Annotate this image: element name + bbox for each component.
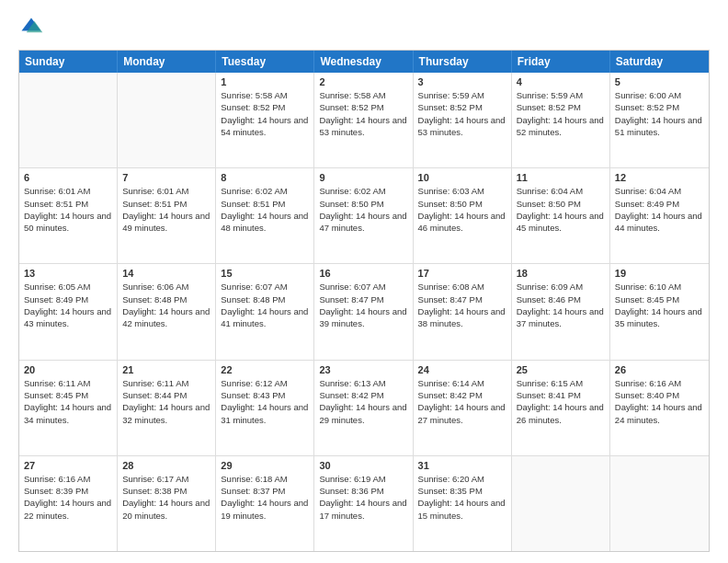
cell-info-line: Sunrise: 6:04 AM (517, 185, 605, 197)
cell-info-line: Daylight: 14 hours and 47 minutes. (319, 210, 407, 235)
day-cell-22: 22Sunrise: 6:12 AMSunset: 8:43 PMDayligh… (216, 361, 314, 455)
cell-info-line: Daylight: 14 hours and 17 minutes. (319, 497, 407, 522)
cell-info-line: Sunrise: 6:10 AM (615, 281, 704, 293)
day-number: 1 (221, 76, 309, 87)
day-cell-7: 7Sunrise: 6:01 AMSunset: 8:51 PMDaylight… (118, 168, 216, 263)
cell-info-line: Daylight: 14 hours and 41 minutes. (221, 305, 309, 330)
cell-info-line: Daylight: 14 hours and 24 minutes. (615, 401, 704, 426)
cell-info-line: Sunset: 8:51 PM (221, 198, 309, 210)
day-cell-28: 28Sunrise: 6:17 AMSunset: 8:38 PMDayligh… (118, 456, 216, 551)
day-cell-8: 8Sunrise: 6:02 AMSunset: 8:51 PMDaylight… (216, 168, 314, 263)
day-cell-16: 16Sunrise: 6:07 AMSunset: 8:47 PMDayligh… (314, 264, 413, 359)
cell-info-line: Sunset: 8:38 PM (122, 485, 210, 497)
cell-info-line: Sunrise: 6:20 AM (418, 473, 506, 485)
cell-info-line: Sunset: 8:39 PM (24, 485, 112, 497)
day-number: 25 (517, 364, 605, 375)
cell-info-line: Sunrise: 6:08 AM (418, 281, 506, 293)
cell-info-line: Sunset: 8:46 PM (517, 293, 605, 305)
week-row-3: 13Sunrise: 6:05 AMSunset: 8:49 PMDayligh… (19, 263, 709, 359)
day-number: 31 (418, 460, 506, 471)
cell-info-line: Daylight: 14 hours and 31 minutes. (221, 401, 309, 426)
cell-info-line: Daylight: 14 hours and 48 minutes. (221, 210, 309, 235)
cell-info-line: Sunrise: 6:16 AM (24, 473, 112, 485)
cell-info-line: Sunset: 8:50 PM (517, 198, 605, 210)
cell-info-line: Daylight: 14 hours and 50 minutes. (24, 210, 112, 235)
cell-info-line: Sunset: 8:48 PM (122, 293, 210, 305)
day-cell-21: 21Sunrise: 6:11 AMSunset: 8:44 PMDayligh… (118, 361, 216, 455)
cell-info-line: Sunrise: 6:03 AM (418, 185, 506, 197)
cell-info-line: Daylight: 14 hours and 44 minutes. (615, 210, 704, 235)
cell-info-line: Sunset: 8:43 PM (221, 389, 309, 401)
day-number: 19 (615, 268, 704, 279)
cell-info-line: Daylight: 14 hours and 35 minutes. (615, 305, 704, 330)
day-cell-25: 25Sunrise: 6:15 AMSunset: 8:41 PMDayligh… (512, 361, 610, 455)
week-row-1: 1Sunrise: 5:58 AMSunset: 8:52 PMDaylight… (19, 73, 709, 167)
cell-info-line: Sunset: 8:41 PM (517, 389, 605, 401)
cell-info-line: Daylight: 14 hours and 39 minutes. (319, 305, 407, 330)
cell-info-line: Sunrise: 6:12 AM (221, 377, 309, 389)
day-number: 20 (24, 364, 112, 375)
day-cell-20: 20Sunrise: 6:11 AMSunset: 8:45 PMDayligh… (19, 361, 118, 455)
cell-info-line: Daylight: 14 hours and 43 minutes. (24, 305, 112, 330)
cell-info-line: Sunrise: 5:59 AM (418, 89, 506, 101)
cell-info-line: Sunrise: 6:04 AM (615, 185, 704, 197)
day-number: 8 (221, 172, 309, 183)
cell-info-line: Sunrise: 6:14 AM (418, 377, 506, 389)
day-number: 23 (319, 364, 407, 375)
cell-info-line: Daylight: 14 hours and 37 minutes. (517, 305, 605, 330)
day-number: 24 (418, 364, 506, 375)
cell-info-line: Sunrise: 5:58 AM (319, 89, 407, 101)
cell-info-line: Sunset: 8:45 PM (615, 293, 704, 305)
day-number: 17 (418, 268, 506, 279)
day-cell-29: 29Sunrise: 6:18 AMSunset: 8:37 PMDayligh… (216, 456, 314, 551)
day-cell-24: 24Sunrise: 6:14 AMSunset: 8:42 PMDayligh… (414, 361, 512, 455)
calendar-body: 1Sunrise: 5:58 AMSunset: 8:52 PMDaylight… (19, 73, 709, 551)
day-number: 4 (517, 76, 605, 87)
cell-info-line: Daylight: 14 hours and 32 minutes. (122, 401, 210, 426)
day-cell-23: 23Sunrise: 6:13 AMSunset: 8:42 PMDayligh… (314, 361, 413, 455)
calendar: SundayMondayTuesdayWednesdayThursdayFrid… (18, 50, 710, 552)
day-number: 11 (517, 172, 605, 183)
cell-info-line: Sunset: 8:44 PM (122, 389, 210, 401)
cell-info-line: Sunrise: 6:05 AM (24, 281, 112, 293)
day-number: 16 (319, 268, 407, 279)
day-cell-9: 9Sunrise: 6:02 AMSunset: 8:50 PMDaylight… (314, 168, 413, 263)
day-number: 2 (319, 76, 407, 87)
day-cell-13: 13Sunrise: 6:05 AMSunset: 8:49 PMDayligh… (19, 264, 118, 359)
day-cell-30: 30Sunrise: 6:19 AMSunset: 8:36 PMDayligh… (314, 456, 413, 551)
cell-info-line: Sunset: 8:36 PM (319, 485, 407, 497)
cell-info-line: Sunrise: 6:01 AM (24, 185, 112, 197)
day-cell-11: 11Sunrise: 6:04 AMSunset: 8:50 PMDayligh… (512, 168, 610, 263)
cell-info-line: Sunset: 8:48 PM (221, 293, 309, 305)
cell-info-line: Daylight: 14 hours and 34 minutes. (24, 401, 112, 426)
cell-info-line: Sunrise: 6:18 AM (221, 473, 309, 485)
cell-info-line: Daylight: 14 hours and 20 minutes. (122, 497, 210, 522)
day-cell-12: 12Sunrise: 6:04 AMSunset: 8:49 PMDayligh… (610, 168, 709, 263)
cell-info-line: Sunset: 8:42 PM (319, 389, 407, 401)
cell-info-line: Sunrise: 6:13 AM (319, 377, 407, 389)
cell-info-line: Sunrise: 6:16 AM (615, 377, 704, 389)
cell-info-line: Sunrise: 6:00 AM (615, 89, 704, 101)
day-cell-31: 31Sunrise: 6:20 AMSunset: 8:35 PMDayligh… (414, 456, 512, 551)
cell-info-line: Sunrise: 6:07 AM (221, 281, 309, 293)
cell-info-line: Daylight: 14 hours and 42 minutes. (122, 305, 210, 330)
cell-info-line: Sunset: 8:49 PM (24, 293, 112, 305)
day-cell-1: 1Sunrise: 5:58 AMSunset: 8:52 PMDaylight… (216, 73, 314, 167)
day-number: 18 (517, 268, 605, 279)
day-cell-4: 4Sunrise: 5:59 AMSunset: 8:52 PMDaylight… (512, 73, 610, 167)
cell-info-line: Sunrise: 6:11 AM (24, 377, 112, 389)
day-number: 12 (615, 172, 704, 183)
day-header-tuesday: Tuesday (216, 51, 314, 73)
cell-info-line: Sunset: 8:51 PM (24, 198, 112, 210)
day-cell-3: 3Sunrise: 5:59 AMSunset: 8:52 PMDaylight… (414, 73, 512, 167)
logo-icon (18, 15, 44, 40)
cell-info-line: Daylight: 14 hours and 51 minutes. (615, 114, 704, 139)
day-header-wednesday: Wednesday (314, 51, 413, 73)
day-cell-19: 19Sunrise: 6:10 AMSunset: 8:45 PMDayligh… (610, 264, 709, 359)
cell-info-line: Daylight: 14 hours and 29 minutes. (319, 401, 407, 426)
day-cell-6: 6Sunrise: 6:01 AMSunset: 8:51 PMDaylight… (19, 168, 118, 263)
day-cell-27: 27Sunrise: 6:16 AMSunset: 8:39 PMDayligh… (19, 456, 118, 551)
cell-info-line: Sunset: 8:40 PM (615, 389, 704, 401)
day-number: 21 (122, 364, 210, 375)
day-number: 14 (122, 268, 210, 279)
